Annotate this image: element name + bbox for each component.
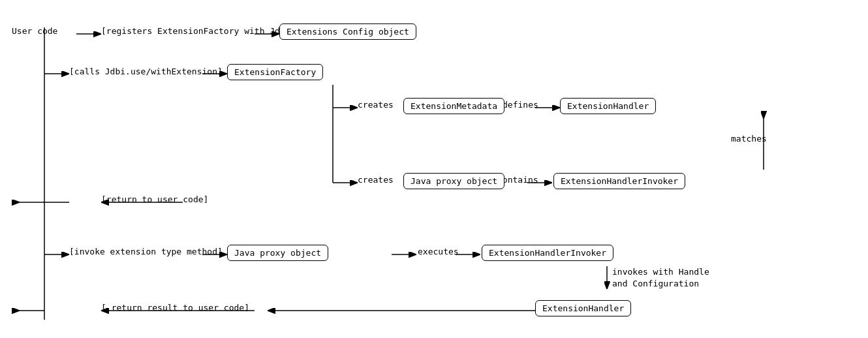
matches-label: matches bbox=[731, 134, 767, 144]
arrows-svg bbox=[0, 0, 868, 338]
extensions-config-box: Extensions Config object bbox=[279, 23, 416, 40]
return-result-label: [ return result to user code] bbox=[101, 303, 249, 313]
invoke-extension-label: [invoke extension type method] bbox=[69, 247, 223, 256]
registers-label: [registers ExtensionFactory with Jdbi] bbox=[101, 26, 295, 36]
return-user-code-label: [return to user code] bbox=[101, 194, 208, 204]
diagram: User code [registers ExtensionFactory wi… bbox=[0, 0, 868, 338]
java-proxy2-box: Java proxy object bbox=[227, 245, 328, 261]
creates1-label: creates bbox=[358, 100, 394, 110]
extension-handler2-box: ExtensionHandler bbox=[535, 300, 631, 316]
invokes-with-label: invokes with Handle and Configuration bbox=[612, 266, 709, 290]
extension-handler-box: ExtensionHandler bbox=[560, 98, 656, 114]
executes-label: executes bbox=[418, 247, 459, 256]
extension-factory-box: ExtensionFactory bbox=[227, 64, 323, 80]
defines-label: defines bbox=[503, 100, 538, 110]
extension-metadata-box: ExtensionMetadata bbox=[403, 98, 504, 114]
user-code-label: User code bbox=[12, 26, 57, 36]
extension-handler-invoker1-box: ExtensionHandlerInvoker bbox=[553, 173, 685, 189]
creates2-label: creates bbox=[358, 175, 394, 185]
extension-handler-invoker2-box: ExtensionHandlerInvoker bbox=[482, 245, 613, 261]
java-proxy1-box: Java proxy object bbox=[403, 173, 504, 189]
calls-label: [calls Jdbi.use/withExtension] bbox=[69, 67, 223, 76]
